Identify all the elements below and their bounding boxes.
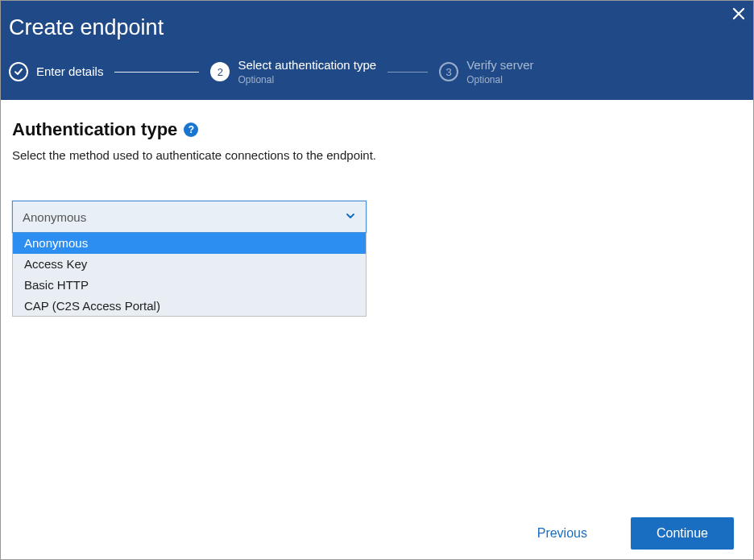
step-enter-details[interactable]: Enter details [9, 62, 103, 81]
select-option-cap[interactable]: CAP (C2S Access Portal) [13, 296, 366, 317]
step-sublabel: Optional [466, 74, 533, 85]
help-icon[interactable]: ? [184, 122, 198, 137]
select-option-anonymous[interactable]: Anonymous [13, 233, 366, 254]
select-dropdown: Anonymous Access Key Basic HTTP CAP (C2S… [12, 233, 367, 317]
dialog-title: Create endpoint [1, 1, 753, 58]
select-option-basic-http[interactable]: Basic HTTP [13, 275, 366, 296]
step-select-auth[interactable]: 2 Select authentication type Optional [210, 58, 376, 85]
previous-button[interactable]: Previous [526, 520, 599, 547]
continue-button[interactable]: Continue [631, 517, 734, 550]
section-header: Authentication type ? [12, 119, 742, 140]
section-description: Select the method used to authenticate c… [12, 148, 742, 162]
step-number-icon: 3 [439, 62, 458, 81]
step-label: Verify server [466, 58, 533, 73]
step-label: Enter details [36, 64, 103, 79]
chevron-down-icon [345, 210, 356, 224]
step-label: Select authentication type [238, 58, 376, 73]
section-title: Authentication type [12, 119, 177, 140]
step-connector [387, 72, 428, 73]
close-icon[interactable] [731, 6, 747, 22]
select-option-access-key[interactable]: Access Key [13, 254, 366, 275]
step-sublabel: Optional [238, 74, 376, 85]
dialog-content: Authentication type ? Select the method … [1, 100, 753, 317]
stepper: Enter details 2 Select authentication ty… [1, 58, 753, 85]
select-value: Anonymous [23, 210, 86, 224]
step-number-icon: 2 [210, 62, 230, 81]
step-connector [114, 72, 199, 73]
auth-type-select[interactable]: Anonymous Anonymous Access Key Basic HTT… [12, 201, 367, 317]
check-icon [9, 62, 28, 81]
select-box[interactable]: Anonymous [12, 201, 367, 233]
dialog-header: Create endpoint Enter details 2 Select a… [1, 1, 753, 100]
step-verify-server[interactable]: 3 Verify server Optional [439, 58, 533, 85]
dialog-footer: Previous Continue [1, 509, 753, 559]
